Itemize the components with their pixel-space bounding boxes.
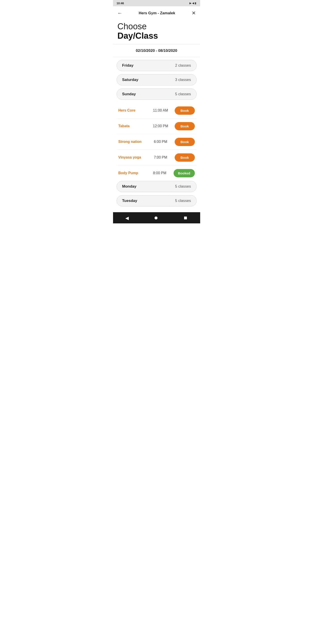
status-time: 10:46: [117, 2, 124, 5]
day-name-saturday: Saturday: [122, 78, 139, 82]
book-button-vinyasa-yoga[interactable]: Book: [175, 154, 195, 162]
sunday-classes-section: Hers Core 11:00 AM Book Tabata 12:00 PM …: [117, 103, 197, 181]
class-name-tabata: Tabata: [118, 124, 147, 128]
status-bar: 10:46 ▶ ◀ ▮: [113, 0, 200, 6]
class-item-body-pump: Body Pump 8:00 PM Booked: [117, 166, 197, 181]
day-name-tuesday: Tuesday: [122, 198, 137, 203]
day-row-tuesday[interactable]: Tuesday 5 classes: [117, 195, 197, 206]
schedule-list: Friday 2 classes Saturday 3 classes Sund…: [113, 57, 200, 212]
heading-line1: Choose: [117, 22, 196, 31]
day-row-saturday[interactable]: Saturday 3 classes: [117, 74, 197, 86]
class-time-body-pump: 8:00 PM: [146, 171, 174, 175]
class-time-strong-nation: 6:00 PM: [147, 140, 175, 144]
day-row-monday[interactable]: Monday 5 classes: [117, 181, 197, 192]
day-row-friday[interactable]: Friday 2 classes: [117, 60, 197, 71]
booked-button-body-pump[interactable]: Booked: [174, 169, 195, 177]
day-name-friday: Friday: [122, 63, 134, 68]
day-classes-saturday: 3 classes: [175, 78, 191, 82]
android-recents-button[interactable]: ⏹: [180, 214, 191, 222]
class-item-hers-core: Hers Core 11:00 AM Book: [117, 103, 197, 118]
day-name-sunday: Sunday: [122, 92, 136, 96]
page-title: Hers Gym - Zamalek: [139, 11, 175, 16]
battery-indicator: ▶ ◀ ▮: [189, 2, 197, 5]
day-classes-sunday: 5 classes: [175, 92, 191, 96]
heading-line2: Day/Class: [117, 31, 196, 41]
android-home-button[interactable]: ⏺: [150, 214, 162, 222]
class-item-vinyasa-yoga: Vinyasa yoga 7:00 PM Book: [117, 150, 197, 166]
status-icons: ▶ ◀ ▮: [189, 2, 197, 5]
class-time-tabata: 12:00 PM: [147, 124, 175, 128]
class-time-hers-core: 11:00 AM: [147, 108, 175, 112]
class-item-tabata: Tabata 12:00 PM Book: [117, 118, 197, 134]
book-button-strong-nation[interactable]: Book: [175, 138, 195, 146]
day-classes-tuesday: 5 classes: [175, 198, 191, 203]
date-range: 02/10/2020 - 08/10/2020: [113, 44, 200, 57]
day-row-sunday[interactable]: Sunday 5 classes: [117, 88, 197, 100]
book-button-hers-core[interactable]: Book: [175, 106, 195, 115]
page-heading: Choose Day/Class: [113, 20, 200, 44]
class-name-hers-core: Hers Core: [118, 108, 147, 112]
bottom-nav-bar: ◀ ⏺ ⏹: [113, 212, 200, 224]
android-back-button[interactable]: ◀: [122, 214, 132, 222]
class-item-strong-nation: Strong nation 6:00 PM Book: [117, 134, 197, 150]
class-name-vinyasa-yoga: Vinyasa yoga: [118, 156, 147, 160]
class-name-body-pump: Body Pump: [118, 171, 146, 175]
top-nav: ← Hers Gym - Zamalek ✕: [113, 6, 200, 20]
close-button[interactable]: ✕: [191, 10, 197, 17]
day-classes-friday: 2 classes: [175, 63, 191, 68]
day-name-monday: Monday: [122, 184, 136, 189]
back-button[interactable]: ←: [117, 10, 123, 17]
book-button-tabata[interactable]: Book: [175, 122, 195, 130]
day-classes-monday: 5 classes: [175, 184, 191, 189]
class-name-strong-nation: Strong nation: [118, 140, 147, 144]
class-time-vinyasa-yoga: 7:00 PM: [147, 156, 175, 160]
